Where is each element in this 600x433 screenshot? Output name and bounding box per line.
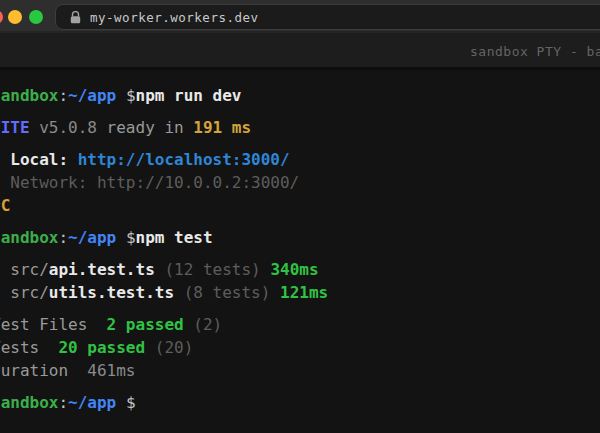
terminal-text-segment: (20)	[155, 338, 194, 357]
terminal-text-segment: ~/app	[68, 228, 116, 247]
terminal-text-segment: 121ms	[280, 283, 328, 302]
lock-icon	[70, 11, 81, 24]
terminal-text-segment: 2 passed	[107, 315, 184, 334]
window-minimize-button[interactable]	[8, 10, 22, 24]
terminal-text-segment: v5.0.8	[30, 118, 97, 137]
terminal-text-segment	[174, 283, 184, 302]
terminal-text-segment	[116, 86, 126, 105]
terminal-text-segment: 340ms	[270, 260, 318, 279]
terminal-text-segment: :	[58, 393, 68, 412]
terminal-text-segment: Network: http://10.0.0.2:3000/	[0, 173, 299, 192]
terminal-text-segment: npm test	[136, 228, 213, 247]
terminal-text-segment: :	[58, 228, 68, 247]
terminal-line: ^C	[0, 194, 600, 217]
terminal-text-segment: $	[126, 393, 136, 412]
terminal-line: Test Files 2 passed (2)	[0, 313, 600, 336]
terminal-text-segment	[261, 260, 271, 279]
browser-titlebar: my-worker.workers.dev	[0, 0, 600, 33]
terminal-text-segment: $	[126, 228, 136, 247]
terminal-text-segment	[116, 228, 126, 247]
window-close-button[interactable]	[0, 10, 3, 24]
terminal-text-segment: Tests	[0, 338, 58, 357]
terminal-text-segment: sandbox	[0, 228, 58, 247]
terminal-text-segment: VITE	[0, 118, 30, 137]
terminal-header: sandbox PTY - ba	[0, 33, 600, 70]
terminal-output[interactable]: sandbox:~/app $npm run devVITE v5.0.8 re…	[0, 70, 600, 433]
terminal-text-segment: Local:	[0, 150, 78, 169]
terminal-line: VITE v5.0.8 ready in 191 ms	[0, 116, 600, 139]
terminal-line: sandbox:~/app $npm run dev	[0, 84, 600, 107]
terminal-text-segment: ✓	[0, 260, 10, 279]
terminal-line: Local: http://localhost:3000/	[0, 148, 600, 171]
terminal-text-segment: http://localhost:3000/	[78, 150, 290, 169]
terminal-text-segment: api.test.ts	[49, 260, 155, 279]
terminal-text-segment: src/	[10, 283, 49, 302]
terminal-text-segment: $	[126, 86, 136, 105]
address-bar[interactable]: my-worker.workers.dev	[55, 4, 600, 30]
terminal-line: sandbox:~/app $npm test	[0, 226, 600, 249]
url-text: my-worker.workers.dev	[90, 10, 259, 25]
terminal-line: ✓ src/api.test.ts (12 tests) 340ms	[0, 258, 600, 281]
terminal-text-segment: 461ms	[87, 361, 135, 380]
terminal-text-segment: utils.test.ts	[49, 283, 174, 302]
terminal-text-segment	[116, 393, 126, 412]
terminal-text-segment	[184, 315, 194, 334]
terminal-text-segment: sandbox	[0, 86, 58, 105]
terminal-text-segment: ~/app	[68, 393, 116, 412]
terminal-line: sandbox:~/app $	[0, 391, 600, 414]
terminal-text-segment: 191 ms	[193, 118, 251, 137]
terminal-text-segment: ^C	[0, 196, 10, 215]
window-zoom-button[interactable]	[29, 10, 43, 24]
terminal-text-segment: Duration	[0, 361, 87, 380]
terminal-text-segment: (2)	[193, 315, 222, 334]
terminal-line: Network: http://10.0.0.2:3000/	[0, 171, 600, 194]
pty-session-label: sandbox PTY - ba	[470, 44, 600, 59]
terminal-text-segment: ready in	[97, 118, 193, 137]
terminal-text-segment: ~/app	[68, 86, 116, 105]
terminal-text-segment	[270, 283, 280, 302]
terminal-text-segment: Test Files	[0, 315, 107, 334]
terminal-line: ✓ src/utils.test.ts (8 tests) 121ms	[0, 281, 600, 304]
terminal-text-segment: npm run dev	[136, 86, 242, 105]
terminal-text-segment: 20 passed	[58, 338, 145, 357]
terminal-text-segment	[155, 260, 165, 279]
terminal-text-segment: sandbox	[0, 393, 58, 412]
terminal-text-segment: ✓	[0, 283, 10, 302]
terminal-text-segment: src/	[10, 260, 49, 279]
terminal-text-segment: (8 tests)	[184, 283, 271, 302]
terminal-line: Duration 461ms	[0, 359, 600, 382]
terminal-text-segment	[145, 338, 155, 357]
terminal-text-segment: :	[58, 86, 68, 105]
terminal-line: Tests 20 passed (20)	[0, 336, 600, 359]
terminal-text-segment: (12 tests)	[164, 260, 260, 279]
